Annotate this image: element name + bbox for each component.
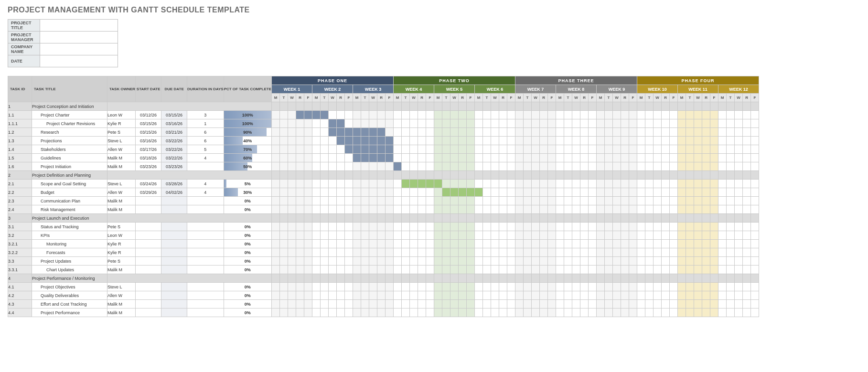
gantt-cell[interactable]: [483, 223, 491, 231]
gantt-cell[interactable]: [686, 128, 694, 137]
gantt-cell[interactable]: [459, 205, 467, 214]
gantt-cell[interactable]: [321, 231, 329, 240]
gantt-cell[interactable]: [499, 145, 507, 154]
gantt-cell[interactable]: [475, 128, 483, 137]
gantt-cell[interactable]: [288, 205, 296, 214]
gantt-cell[interactable]: [515, 128, 524, 137]
gantt-cell[interactable]: [467, 180, 475, 188]
task-duration[interactable]: [187, 300, 224, 308]
gantt-cell[interactable]: [442, 291, 450, 300]
gantt-cell[interactable]: [678, 266, 686, 274]
gantt-cell[interactable]: [572, 291, 580, 300]
gantt-cell[interactable]: [499, 240, 507, 248]
gantt-cell[interactable]: [418, 240, 426, 248]
gantt-cell[interactable]: [694, 257, 702, 266]
gantt-cell[interactable]: [280, 257, 288, 266]
gantt-cell[interactable]: [645, 231, 654, 240]
gantt-cell[interactable]: [548, 128, 556, 137]
gantt-cell[interactable]: [751, 257, 759, 266]
gantt-cell[interactable]: [743, 188, 751, 197]
gantt-cell[interactable]: [556, 128, 564, 137]
gantt-cell[interactable]: [426, 283, 434, 291]
gantt-cell[interactable]: [361, 308, 369, 317]
gantt-cell[interactable]: [280, 223, 288, 231]
gantt-cell[interactable]: [670, 119, 678, 128]
gantt-cell[interactable]: [548, 154, 556, 162]
meta-input[interactable]: [40, 32, 118, 43]
gantt-cell[interactable]: [710, 137, 718, 145]
task-owner[interactable]: Leon W: [107, 231, 136, 240]
gantt-cell[interactable]: [426, 248, 434, 257]
gantt-cell[interactable]: [321, 300, 329, 308]
gantt-cell[interactable]: [369, 291, 377, 300]
gantt-cell[interactable]: [329, 300, 337, 308]
gantt-cell[interactable]: [377, 205, 386, 214]
gantt-cell[interactable]: [532, 197, 540, 205]
gantt-cell[interactable]: [637, 145, 645, 154]
task-owner[interactable]: Kylie R: [107, 248, 136, 257]
gantt-cell[interactable]: [353, 283, 361, 291]
gantt-cell[interactable]: [524, 197, 532, 205]
gantt-cell[interactable]: [694, 154, 702, 162]
gantt-cell[interactable]: [556, 197, 564, 205]
gantt-cell[interactable]: [386, 119, 394, 128]
gantt-cell[interactable]: [329, 188, 337, 197]
gantt-cell[interactable]: [483, 283, 491, 291]
gantt-cell[interactable]: [515, 300, 524, 308]
gantt-cell[interactable]: [312, 188, 321, 197]
gantt-cell[interactable]: [450, 283, 459, 291]
gantt-cell[interactable]: [296, 291, 304, 300]
gantt-cell[interactable]: [629, 205, 637, 214]
gantt-cell[interactable]: [386, 223, 394, 231]
gantt-cell[interactable]: [410, 197, 418, 205]
gantt-cell[interactable]: [304, 119, 312, 128]
gantt-cell[interactable]: [605, 291, 613, 300]
gantt-cell[interactable]: [321, 283, 329, 291]
gantt-cell[interactable]: [312, 145, 321, 154]
gantt-cell[interactable]: [702, 283, 710, 291]
gantt-cell[interactable]: [369, 205, 377, 214]
gantt-cell[interactable]: [637, 162, 645, 171]
gantt-cell[interactable]: [345, 154, 353, 162]
gantt-cell[interactable]: [369, 162, 377, 171]
gantt-cell[interactable]: [272, 300, 280, 308]
gantt-cell[interactable]: [426, 145, 434, 154]
gantt-cell[interactable]: [645, 308, 654, 317]
gantt-cell[interactable]: [442, 308, 450, 317]
gantt-cell[interactable]: [613, 291, 621, 300]
task-owner[interactable]: Steve L: [107, 137, 136, 145]
gantt-cell[interactable]: [686, 283, 694, 291]
task-due[interactable]: [161, 197, 187, 205]
gantt-cell[interactable]: [613, 128, 621, 137]
gantt-cell[interactable]: [288, 266, 296, 274]
task-due[interactable]: 03/15/26: [161, 111, 187, 119]
gantt-cell[interactable]: [288, 180, 296, 188]
gantt-cell[interactable]: [296, 137, 304, 145]
gantt-cell[interactable]: [694, 197, 702, 205]
task-owner[interactable]: Allen W: [107, 145, 136, 154]
gantt-cell[interactable]: [548, 137, 556, 145]
gantt-cell[interactable]: [718, 145, 727, 154]
gantt-cell[interactable]: [280, 205, 288, 214]
gantt-cell[interactable]: [727, 145, 735, 154]
gantt-cell[interactable]: [532, 231, 540, 240]
gantt-cell[interactable]: [272, 111, 280, 119]
gantt-cell[interactable]: [296, 223, 304, 231]
gantt-cell[interactable]: [329, 283, 337, 291]
gantt-cell[interactable]: [540, 223, 548, 231]
gantt-cell[interactable]: [426, 128, 434, 137]
gantt-cell[interactable]: [475, 188, 483, 197]
gantt-cell[interactable]: [337, 111, 345, 119]
gantt-cell[interactable]: [507, 257, 515, 266]
gantt-cell[interactable]: [654, 128, 662, 137]
gantt-cell[interactable]: [727, 248, 735, 257]
gantt-cell[interactable]: [686, 162, 694, 171]
gantt-cell[interactable]: [654, 300, 662, 308]
gantt-cell[interactable]: [629, 223, 637, 231]
gantt-cell[interactable]: [589, 266, 597, 274]
gantt-cell[interactable]: [645, 266, 654, 274]
task-due[interactable]: 03/22/26: [161, 145, 187, 154]
gantt-cell[interactable]: [589, 128, 597, 137]
gantt-cell[interactable]: [426, 266, 434, 274]
gantt-cell[interactable]: [288, 291, 296, 300]
